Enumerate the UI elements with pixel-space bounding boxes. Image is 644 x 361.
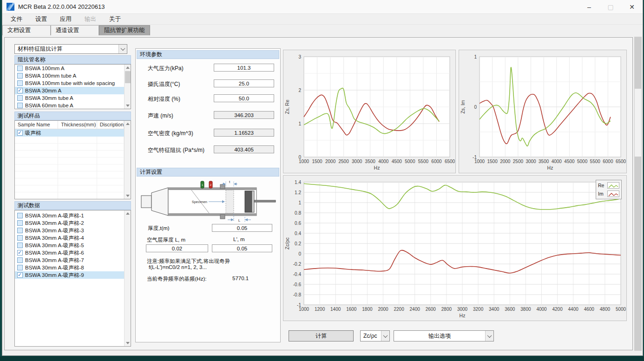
data-list-header: 测试数据	[14, 201, 131, 210]
calculate-button[interactable]: 计算	[289, 330, 354, 341]
tube-list-item[interactable]: BSWA 30mm tube A	[15, 94, 124, 102]
scrollbar-thumb[interactable]	[125, 71, 131, 83]
empty-table-row	[15, 151, 124, 158]
svg-text:4000: 4000	[552, 159, 562, 164]
env-param-input[interactable]	[214, 79, 274, 87]
checkbox[interactable]	[17, 257, 23, 263]
maximize-button[interactable]: ▢	[600, 0, 621, 13]
env-param-input[interactable]	[214, 94, 274, 102]
sample-table-header: 测试样品	[14, 112, 131, 120]
data-list-item[interactable]: BSWA 30mm A-吸声棉-3	[15, 227, 124, 234]
checkbox[interactable]	[17, 66, 23, 71]
empty-cell	[15, 171, 58, 178]
sample-table-scrollbar[interactable]	[124, 121, 131, 199]
output-options-dropdown[interactable]: 输出选项	[394, 330, 494, 341]
checkbox[interactable]	[17, 88, 23, 93]
svg-text:2000: 2000	[500, 159, 511, 164]
menu-file[interactable]: 文件	[4, 14, 29, 25]
empty-cell	[58, 144, 97, 150]
column-header[interactable]: Thickness(mm)	[58, 121, 97, 129]
dim-L-label: L	[238, 218, 241, 223]
close-button[interactable]: ✕	[621, 0, 643, 13]
sample-row[interactable]: 吸声棉	[15, 129, 124, 137]
dropdown-arrow-icon[interactable]	[118, 45, 127, 53]
empty-cell	[15, 164, 58, 171]
env-param-row: 空气密度 (kg/m^3)	[136, 129, 280, 137]
tube-list-item[interactable]: BSWA 60mm tube A	[15, 102, 124, 109]
data-list-item[interactable]: BSWA 30mm A-吸声棉-4	[15, 234, 124, 242]
menu-apply[interactable]: 应用	[53, 14, 78, 25]
scroll-down-icon[interactable]	[126, 105, 130, 107]
thickness-input[interactable]	[212, 224, 272, 232]
data-list-item[interactable]: BSWA 30mm A-吸声棉-2	[15, 219, 124, 227]
taskbar	[0, 356, 644, 361]
legend-item[interactable]: Im	[598, 190, 619, 198]
menu-settings[interactable]: 设置	[29, 14, 53, 25]
tab-channel-settings[interactable]: 通道设置	[51, 25, 99, 35]
data-list-item[interactable]: BSWA 30mm A-吸声棉-9	[15, 271, 124, 279]
column-header[interactable]: Discription	[97, 121, 124, 129]
dropdown-arrow-icon[interactable]	[485, 331, 493, 341]
scroll-up-icon[interactable]	[126, 66, 130, 69]
tube-list-item[interactable]: BSWA 100mm tube A	[15, 72, 124, 79]
air-layer-L-input[interactable]	[146, 244, 208, 252]
tube-list-item[interactable]: BSWA 100mm A	[15, 65, 124, 72]
data-list-item[interactable]: BSWA 30mm A-吸声棉-1	[15, 212, 124, 219]
column-header[interactable]: Sample Name	[15, 121, 58, 129]
data-list-item[interactable]: BSWA 30mm A-吸声棉-8	[15, 264, 124, 271]
checkbox[interactable]	[17, 228, 23, 233]
env-param-input[interactable]	[214, 64, 274, 72]
svg-text:2: 2	[298, 88, 301, 93]
checkbox[interactable]	[17, 250, 23, 256]
dropdown-arrow-icon[interactable]	[381, 331, 389, 341]
air-layer-Lp-label: L', m	[233, 236, 245, 242]
menu-output[interactable]: 输出	[78, 14, 103, 25]
checkbox[interactable]	[17, 73, 23, 79]
svg-text:3000: 3000	[526, 159, 536, 164]
minimize-button[interactable]: –	[578, 0, 600, 13]
quantity-dropdown[interactable]: Zc/ρc	[360, 330, 390, 341]
scroll-down-icon[interactable]	[126, 342, 130, 344]
data-list-item[interactable]: BSWA 30mm A-吸声棉-7	[15, 256, 124, 264]
env-param-label: 相对湿度 (%)	[148, 95, 180, 103]
tab-impedance-tube[interactable]: 阻抗管扩展功能	[99, 25, 150, 35]
checkbox[interactable]	[17, 265, 23, 270]
checkbox[interactable]	[17, 220, 23, 226]
svg-text:0.2: 0.2	[295, 241, 301, 246]
data-list-item[interactable]: BSWA 30mm A-吸声棉-5	[15, 242, 124, 249]
checkbox[interactable]	[17, 243, 23, 248]
svg-text:1400: 1400	[330, 307, 341, 312]
legend-line-icon	[607, 190, 619, 197]
legend-item[interactable]: Re	[598, 181, 619, 190]
checkbox[interactable]	[17, 235, 23, 241]
calc-type-dropdown[interactable]: 材料特征阻抗计算	[14, 44, 127, 54]
data-list-item[interactable]: BSWA 30mm A-吸声棉-6	[15, 249, 124, 256]
data-list-scrollbar[interactable]	[124, 210, 131, 346]
scroll-up-icon[interactable]	[126, 123, 130, 125]
empty-table-row	[15, 158, 124, 164]
scrollbar-thumb[interactable]	[635, 89, 641, 157]
checkbox[interactable]	[17, 272, 23, 278]
tab-doc-settings[interactable]: 文档设置	[2, 25, 51, 35]
checkbox[interactable]	[17, 95, 23, 101]
air-layer-Lp-input[interactable]	[212, 244, 272, 252]
tube-list-item[interactable]: BSWA 100mm tube with wide spacing	[15, 79, 124, 87]
checkbox[interactable]	[17, 130, 23, 136]
checkbox[interactable]	[17, 103, 23, 108]
impedance-tube-diagram: 1 2 t Specimen	[139, 180, 277, 223]
window-scrollbar[interactable]	[634, 37, 642, 351]
svg-text:2500: 2500	[339, 159, 349, 164]
checkbox[interactable]	[17, 80, 23, 86]
svg-text:5500: 5500	[418, 159, 429, 164]
scroll-up-icon[interactable]	[126, 212, 130, 215]
menu-bar: 文件设置应用输出关于	[2, 14, 643, 25]
menu-about[interactable]: 关于	[103, 14, 127, 25]
tube-list-item[interactable]: BSWA 30mm A	[15, 87, 124, 94]
env-param-input	[214, 111, 274, 119]
scroll-down-icon[interactable]	[126, 195, 130, 197]
checkbox[interactable]	[17, 213, 23, 218]
tube-list-scrollbar[interactable]	[124, 65, 131, 109]
svg-text:3200: 3200	[473, 307, 484, 312]
svg-text:4200: 4200	[552, 307, 563, 312]
empty-cell	[58, 158, 97, 164]
